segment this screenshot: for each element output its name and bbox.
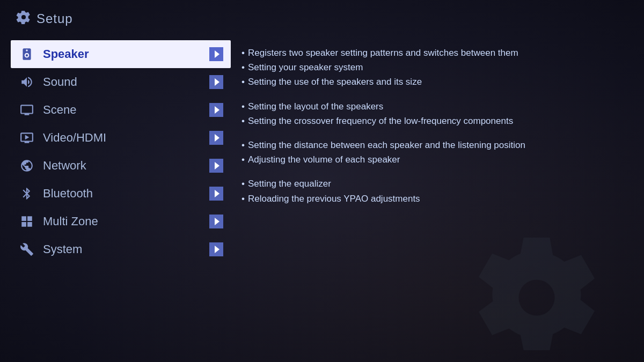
content-line-2-1: • Setting the layout of the speakers bbox=[241, 99, 633, 114]
sidebar-arrow-multi-zone bbox=[209, 215, 223, 228]
sidebar-arrow-speaker bbox=[209, 47, 223, 61]
content-line-1-2: • Setting your speaker system bbox=[241, 60, 633, 75]
sidebar-arrow-network bbox=[209, 159, 223, 173]
content-line-4-1: • Setting the equalizer bbox=[241, 176, 633, 191]
setup-icon bbox=[16, 10, 31, 28]
sidebar-item-system[interactable]: System bbox=[11, 235, 231, 263]
content-group-4: • Setting the equalizer • Reloading the … bbox=[241, 176, 633, 205]
sidebar-label-speaker: Speaker bbox=[43, 47, 209, 61]
header: Setup bbox=[16, 10, 73, 28]
content-line-3-1: • Setting the distance between each spea… bbox=[241, 138, 633, 152]
sidebar-arrow-system bbox=[209, 242, 223, 256]
sidebar-arrow-video-hdmi bbox=[209, 131, 223, 145]
network-icon bbox=[18, 157, 35, 174]
sidebar-label-sound: Sound bbox=[43, 75, 209, 89]
sidebar-item-video-hdmi[interactable]: Video/HDMI bbox=[11, 124, 231, 152]
sidebar-arrow-bluetooth bbox=[209, 187, 223, 201]
scene-icon bbox=[18, 101, 35, 119]
content-line-1-3: • Setting the use of the speakers and it… bbox=[241, 75, 633, 89]
sidebar-label-bluetooth: Bluetooth bbox=[43, 187, 209, 201]
content-group-1: • Registers two speaker setting patterns… bbox=[241, 46, 633, 90]
content-line-1-1: • Registers two speaker setting patterns… bbox=[241, 46, 633, 60]
speaker-icon bbox=[18, 46, 35, 63]
content-area: • Registers two speaker setting patterns… bbox=[241, 40, 633, 351]
sidebar-item-speaker[interactable]: Speaker bbox=[11, 40, 231, 68]
sidebar-label-scene: Scene bbox=[43, 103, 209, 117]
sidebar-label-video-hdmi: Video/HDMI bbox=[43, 131, 209, 145]
sidebar-arrow-sound bbox=[209, 75, 223, 89]
multi-zone-icon bbox=[18, 213, 35, 230]
content-group-2: • Setting the layout of the speakers • S… bbox=[241, 99, 633, 128]
sidebar-item-scene[interactable]: Scene bbox=[11, 96, 231, 124]
sidebar-label-network: Network bbox=[43, 159, 209, 173]
sidebar-item-multi-zone[interactable]: Multi Zone bbox=[11, 208, 231, 235]
sidebar-label-system: System bbox=[43, 242, 209, 256]
sidebar-item-network[interactable]: Network bbox=[11, 152, 231, 180]
sound-icon bbox=[18, 73, 35, 91]
bluetooth-icon bbox=[18, 185, 35, 202]
sidebar-item-sound[interactable]: Sound bbox=[11, 68, 231, 96]
system-icon bbox=[18, 241, 35, 258]
content-line-3-2: • Adjusting the volume of each speaker bbox=[241, 152, 633, 167]
sidebar-item-bluetooth[interactable]: Bluetooth bbox=[11, 180, 231, 208]
sidebar: Speaker Sound Scene Video/HDMI bbox=[11, 40, 231, 263]
video-hdmi-icon bbox=[18, 129, 35, 146]
content-group-3: • Setting the distance between each spea… bbox=[241, 138, 633, 167]
content-line-4-2: • Reloading the previous YPAO adjustment… bbox=[241, 191, 633, 206]
page-title: Setup bbox=[36, 11, 73, 26]
sidebar-arrow-scene bbox=[209, 103, 223, 117]
content-line-2-2: • Setting the crossover frequency of the… bbox=[241, 114, 633, 128]
sidebar-label-multi-zone: Multi Zone bbox=[43, 215, 209, 228]
